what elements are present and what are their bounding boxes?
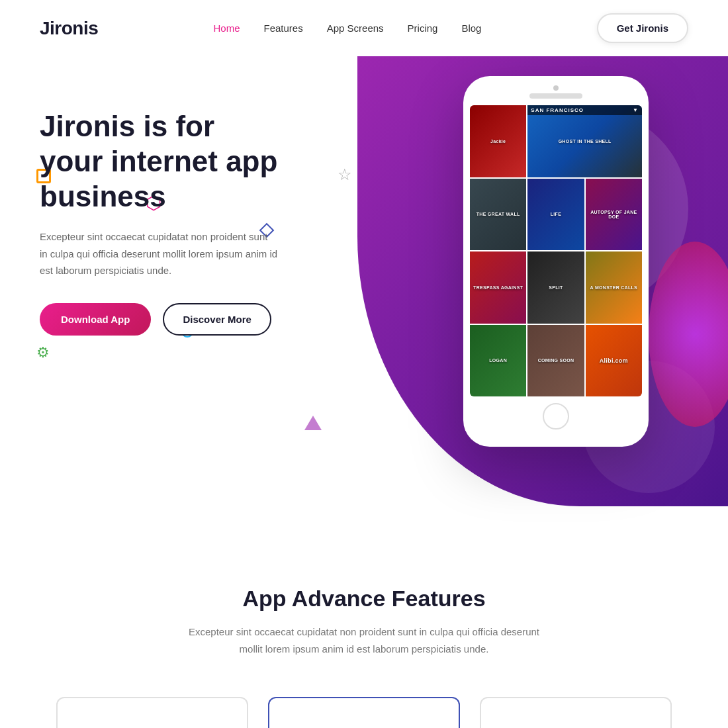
movie-coming1: COMING SOON [527, 325, 584, 397]
star-icon: ☆ [338, 165, 352, 184]
feature-icon-wrap-3 [553, 725, 599, 728]
feature-icon-wrap-1 [129, 725, 175, 728]
phone-notch [529, 93, 582, 99]
hero-description: Excepteur sint occaecat cupidatat non pr… [40, 228, 278, 279]
movie-cell-4: LIFE [527, 179, 584, 251]
hero-section: ⬡ ☆ ⚙ Jironis is for your internet app b… [0, 56, 728, 533]
movie-cell-8: A MONSTER CALLS [586, 251, 642, 324]
feature-card-1 [56, 697, 248, 728]
nav-pricing[interactable]: Pricing [408, 23, 438, 34]
navbar: Jironis Home Features App Screens Pricin… [0, 0, 728, 56]
sf-bar-text: SAN FRANCISCO [531, 107, 584, 113]
movie-cell-6: TRESPASS AGAINST [470, 251, 526, 324]
phone-mockup: Jackie GHOST IN THE SHELL SAN FRANCISCO … [463, 76, 649, 447]
movie-cell-sf: GHOST IN THE SHELL SAN FRANCISCO ▼ [527, 105, 642, 177]
get-jironis-button[interactable]: Get Jironis [597, 13, 688, 43]
features-title: App Advance Features [40, 586, 688, 612]
movie-cell-1: Jackie [470, 105, 526, 177]
features-description: Excepteur sint occaecat cupidatat non pr… [179, 623, 549, 657]
phone-camera [553, 85, 559, 91]
discover-more-button[interactable]: Discover More [163, 303, 271, 336]
movie-autopsy: AUTOPSY OF JANE DOE [586, 179, 642, 251]
movie-ghost: GHOST IN THE SHELL [527, 105, 642, 177]
movie-split: SPLIT [527, 251, 584, 324]
download-app-button[interactable]: Download App [40, 303, 151, 336]
movie-cell-7: SPLIT [527, 251, 584, 324]
features-section: App Advance Features Excepteur sint occa… [0, 533, 728, 728]
feature-icon-wrap-2 [341, 725, 387, 728]
phone-home-button [543, 403, 569, 430]
hero-title: Jironis is for your internet app busines… [40, 109, 278, 214]
phone-frame: Jackie GHOST IN THE SHELL SAN FRANCISCO … [463, 76, 649, 447]
hero-content: Jironis is for your internet app busines… [0, 56, 318, 375]
movie-cell-10: COMING SOON [527, 325, 584, 397]
feature-card-3 [480, 697, 672, 728]
movie-jackie: Jackie [470, 105, 526, 177]
movie-cell-5: AUTOPSY OF JANE DOE [586, 179, 642, 251]
phone-screen: Jackie GHOST IN THE SHELL SAN FRANCISCO … [470, 105, 642, 396]
movie-cell-3: THE GREAT WALL [470, 179, 526, 251]
movie-life: LIFE [527, 179, 584, 251]
triangle-icon [304, 416, 322, 430]
nav-links: Home Features App Screens Pricing Blog [213, 23, 481, 34]
movie-alibi: Alibi.com [586, 325, 642, 397]
logo: Jironis [40, 18, 98, 39]
movie-cell-9: LOGAN [470, 325, 526, 397]
nav-home[interactable]: Home [213, 23, 240, 34]
nav-blog[interactable]: Blog [461, 23, 481, 34]
sf-bar-arrow: ▼ [633, 107, 639, 113]
hero-buttons: Download App Discover More [40, 303, 278, 336]
movie-cell-11: Alibi.com [586, 325, 642, 397]
feature-card-2 [268, 697, 460, 728]
nav-appscreens[interactable]: App Screens [327, 23, 384, 34]
features-grid [40, 697, 688, 728]
nav-features[interactable]: Features [263, 23, 302, 34]
movie-monster: A MONSTER CALLS [586, 251, 642, 324]
movie-trespass: TRESPASS AGAINST [470, 251, 526, 324]
sf-bar: SAN FRANCISCO ▼ [527, 105, 642, 115]
movie-logan: LOGAN [470, 325, 526, 397]
movie-greatwall: THE GREAT WALL [470, 179, 526, 251]
